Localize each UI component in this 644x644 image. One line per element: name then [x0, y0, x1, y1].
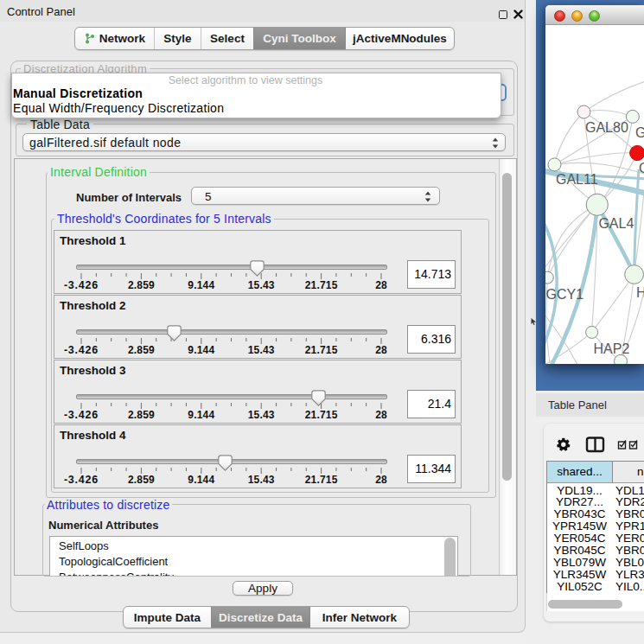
svg-text:GAL4: GAL4	[598, 216, 634, 231]
svg-text:GAL80: GAL80	[585, 120, 628, 135]
svg-text:GCY1: GCY1	[546, 287, 584, 302]
svg-text:H: H	[636, 285, 644, 300]
svg-text:GAL11: GAL11	[556, 172, 598, 187]
svg-text:HAP2: HAP2	[594, 341, 630, 356]
svg-text:GA: GA	[635, 125, 644, 140]
svg-text:C: C	[639, 161, 644, 175]
